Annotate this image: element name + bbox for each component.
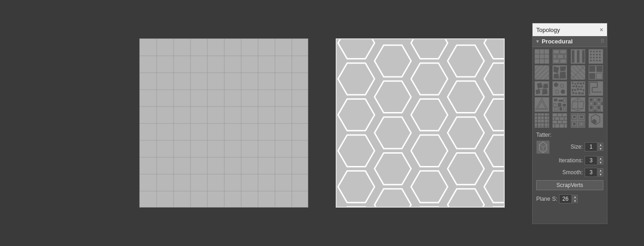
svg-rect-141 bbox=[578, 92, 580, 94]
svg-rect-110 bbox=[596, 66, 602, 72]
svg-rect-136 bbox=[577, 88, 579, 91]
svg-rect-133 bbox=[581, 86, 583, 87]
svg-rect-139 bbox=[572, 92, 574, 94]
smooth-spinner[interactable]: ▲ ▼ bbox=[598, 168, 603, 176]
svg-rect-71 bbox=[577, 50, 580, 63]
svg-point-77 bbox=[599, 51, 601, 53]
size-value[interactable]: 1 bbox=[585, 142, 597, 151]
svg-point-80 bbox=[596, 53, 598, 55]
s-label: S: bbox=[552, 196, 557, 202]
pattern-thumb-checker[interactable] bbox=[588, 97, 603, 112]
svg-marker-99 bbox=[554, 74, 559, 79]
svg-rect-176 bbox=[601, 102, 603, 105]
pattern-thumb-irregular[interactable] bbox=[552, 65, 567, 80]
pattern-thumb-random2[interactable] bbox=[552, 81, 567, 96]
svg-rect-137 bbox=[579, 89, 582, 90]
size-input[interactable]: 1 ▲ ▼ bbox=[585, 142, 603, 151]
svg-rect-132 bbox=[578, 86, 580, 87]
svg-rect-179 bbox=[597, 106, 601, 109]
grid-canvas bbox=[139, 38, 308, 208]
smooth-input[interactable]: 3 ▲ ▼ bbox=[585, 168, 603, 177]
pattern-thumb-strip[interactable] bbox=[570, 49, 586, 64]
svg-point-87 bbox=[593, 60, 595, 62]
svg-rect-174 bbox=[593, 102, 596, 105]
svg-rect-125 bbox=[571, 82, 573, 84]
svg-rect-154 bbox=[554, 99, 558, 102]
svg-point-86 bbox=[590, 60, 592, 62]
iterations-up[interactable]: ▲ bbox=[598, 156, 603, 160]
svg-rect-127 bbox=[577, 82, 579, 85]
svg-rect-210 bbox=[580, 116, 583, 118]
s-spinner[interactable]: ▲ ▼ bbox=[572, 195, 578, 203]
svg-marker-100 bbox=[560, 71, 566, 79]
pattern-thumb-dots[interactable] bbox=[588, 49, 603, 64]
svg-marker-44 bbox=[411, 207, 448, 208]
pattern-thumb-tri[interactable] bbox=[534, 97, 549, 112]
pattern-thumb-random1[interactable] bbox=[534, 81, 549, 96]
pattern-thumb-panel[interactable] bbox=[570, 113, 586, 128]
scrapverts-button[interactable]: ScrapVerts bbox=[536, 180, 603, 190]
svg-rect-140 bbox=[575, 92, 577, 94]
bottom-row: Plane S: 26 ▲ ▼ bbox=[533, 193, 607, 205]
smooth-down[interactable]: ▼ bbox=[598, 172, 603, 176]
iterations-label: Iterations: bbox=[536, 157, 583, 164]
svg-rect-126 bbox=[574, 83, 576, 85]
pattern-thumb-scatter[interactable] bbox=[552, 97, 567, 112]
size-spinner[interactable]: ▲ ▼ bbox=[598, 143, 603, 151]
svg-rect-70 bbox=[571, 50, 574, 63]
iterations-down[interactable]: ▼ bbox=[598, 160, 603, 165]
svg-point-75 bbox=[593, 51, 595, 53]
pattern-thumb-noise[interactable] bbox=[570, 81, 586, 96]
svg-point-84 bbox=[596, 57, 598, 59]
panel-header: Topology × bbox=[533, 23, 607, 36]
svg-rect-212 bbox=[573, 123, 575, 126]
svg-point-78 bbox=[590, 53, 592, 55]
s-value[interactable]: 26 bbox=[559, 194, 572, 203]
svg-rect-155 bbox=[559, 100, 563, 102]
pattern-thumb-voronoi[interactable] bbox=[570, 97, 586, 112]
svg-rect-161 bbox=[560, 107, 562, 111]
pattern-thumb-diagonal[interactable] bbox=[534, 65, 549, 80]
pattern-thumb-cross[interactable] bbox=[588, 65, 603, 80]
panel-close-button[interactable]: × bbox=[600, 26, 603, 33]
svg-rect-135 bbox=[574, 89, 576, 91]
pattern-thumb-brick2[interactable] bbox=[552, 113, 567, 128]
svg-rect-183 bbox=[535, 113, 549, 128]
pattern-thumb-grid2[interactable] bbox=[534, 113, 549, 128]
s-up[interactable]: ▲ bbox=[572, 195, 578, 199]
svg-point-82 bbox=[590, 57, 592, 59]
svg-marker-115 bbox=[544, 84, 548, 89]
pattern-thumb-mesh[interactable] bbox=[570, 65, 586, 80]
s-down[interactable]: ▼ bbox=[572, 199, 578, 203]
s-input[interactable]: 26 ▲ ▼ bbox=[559, 194, 578, 203]
svg-rect-109 bbox=[589, 66, 595, 72]
svg-rect-129 bbox=[583, 82, 584, 85]
iterations-spinner[interactable]: ▲ ▼ bbox=[598, 156, 603, 165]
size-down[interactable]: ▼ bbox=[598, 147, 603, 151]
grid-svg bbox=[140, 39, 308, 207]
iterations-value[interactable]: 3 bbox=[585, 156, 597, 165]
svg-point-85 bbox=[599, 57, 601, 59]
plane-label: Plane bbox=[536, 196, 550, 202]
svg-rect-142 bbox=[581, 92, 584, 94]
svg-rect-181 bbox=[593, 110, 596, 112]
smooth-label: Smooth: bbox=[536, 169, 583, 176]
section-arrow[interactable]: ▼ bbox=[535, 39, 540, 44]
svg-rect-128 bbox=[579, 83, 582, 85]
pattern-thumb-hex[interactable] bbox=[588, 113, 603, 128]
smooth-value[interactable]: 3 bbox=[585, 168, 597, 177]
svg-point-76 bbox=[596, 51, 598, 53]
svg-point-123 bbox=[561, 90, 565, 94]
size-up[interactable]: ▲ bbox=[598, 143, 603, 147]
svg-rect-134 bbox=[571, 89, 573, 91]
svg-rect-159 bbox=[563, 104, 566, 107]
pattern-thumb-maze[interactable] bbox=[588, 81, 603, 96]
svg-point-88 bbox=[596, 60, 598, 62]
smooth-up[interactable]: ▲ bbox=[598, 168, 603, 172]
iterations-input[interactable]: 3 ▲ ▼ bbox=[585, 156, 603, 165]
svg-rect-111 bbox=[589, 73, 595, 79]
size-row: Size: 1 ▲ ▼ bbox=[533, 139, 607, 155]
size-thumb bbox=[536, 140, 549, 153]
pattern-thumb-brick[interactable] bbox=[552, 49, 567, 64]
pattern-thumb-grid[interactable] bbox=[534, 49, 549, 64]
